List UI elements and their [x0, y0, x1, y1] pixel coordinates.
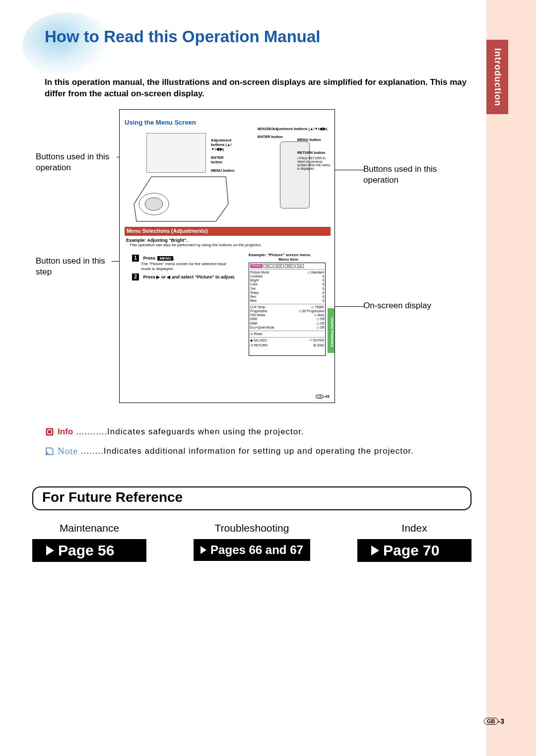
- osd-key: Sharp: [250, 291, 259, 295]
- osd-example-title: Example: "Picture" screen menu: [249, 253, 328, 257]
- inner-section-tab: Useful Features: [328, 308, 335, 353]
- info-label: Info: [58, 427, 73, 437]
- step-1: 1 Press MENU. The "Picture" menu screen …: [132, 253, 236, 271]
- osd-val: Off: [320, 326, 324, 329]
- step1-press: Press: [143, 256, 155, 261]
- inner-page-number: GB-43: [316, 394, 330, 399]
- label-adjustment: Adjustment buttons (▲/▼/◀/▶): [211, 138, 236, 151]
- legend-block: Info ...........Indicates safeguards whe…: [45, 427, 467, 466]
- osd-key: Blue: [250, 299, 257, 303]
- osd-val: 0: [322, 282, 324, 286]
- legend-note-row: Note ........Indicates additional inform…: [45, 446, 467, 457]
- osd-tabs: Picture SIG SCR PRJ Net: [250, 264, 324, 268]
- page-ref-pill[interactable]: Pages 66 and 67: [194, 539, 310, 561]
- note-label: Note: [58, 446, 78, 457]
- osd-box: Picture SIG SCR PRJ Net Picture Mode◇ St…: [249, 263, 326, 356]
- arrow-right-icon: [46, 546, 54, 555]
- remote-right-labels: MENU button RETURN button • Press RETURN…: [297, 138, 332, 170]
- osd-sel: ◆ SEL/ADJ.: [250, 339, 268, 343]
- inner-page-code: GB: [316, 395, 324, 399]
- projector-top-panel: [146, 133, 206, 173]
- osd-example: Example: "Picture" screen menu Menu item…: [249, 253, 328, 356]
- inner-page-num: -43: [324, 394, 330, 399]
- note-text: ........Indicates additional information…: [81, 446, 414, 456]
- return-description: • Press RETURN to return to previous scr…: [297, 156, 332, 171]
- remote-illustration: MOUSE/Adjustment buttons (▲/▼/◀/▶) ENTER…: [258, 127, 332, 208]
- ref-troubleshooting: Troubleshooting Pages 66 and 67: [194, 522, 310, 562]
- osd-val: 0: [322, 275, 324, 278]
- osd-val: 7500K: [315, 305, 324, 309]
- page-title: How to Read this Operation Manual: [22, 12, 321, 46]
- osd-key: Picture Mode: [250, 271, 269, 275]
- osd-key: Progressive: [250, 309, 267, 313]
- osd-val: Auto: [318, 313, 324, 317]
- info-icon: [45, 427, 55, 437]
- osd-key: Contrast: [250, 275, 263, 278]
- reference-columns: Maintenance Page 56 Troubleshooting Page…: [32, 522, 471, 562]
- callout-buttons-right: Buttons used in this operation: [363, 164, 468, 186]
- page-ref-pill[interactable]: Page 56: [32, 539, 146, 562]
- example-subtext: This operation can also be performed by …: [130, 243, 262, 247]
- osd-key: Red: [250, 295, 256, 299]
- osd-tab: SIG: [264, 264, 272, 268]
- projector-body-outline: [132, 174, 231, 224]
- osd-key: DNR: [250, 317, 257, 321]
- osd-key: Bright: [250, 278, 259, 282]
- arrow-right-icon: [371, 546, 379, 555]
- osd-val: 0: [322, 299, 324, 303]
- section-tab-introduction: Introduction: [486, 40, 508, 114]
- label-return-remote: RETURN button: [297, 151, 332, 155]
- note-icon: [45, 446, 55, 456]
- label-menu: MENU button: [211, 168, 236, 173]
- step2-text: Press ▶ or ◀ and select "Picture" to adj…: [143, 275, 235, 279]
- osd-val: 3D Progressive: [302, 309, 324, 313]
- page-ref-text: Pages 66 and 67: [210, 543, 303, 557]
- osd-enter: ⏎ ENTER: [309, 339, 324, 343]
- step-2: 2 Press ▶ or ◀ and select "Picture" to a…: [132, 272, 236, 280]
- label-menu-remote: MENU button: [297, 138, 332, 142]
- info-text: ...........Indicates safeguards when usi…: [76, 427, 304, 437]
- callout-step-button: Button used in this step: [36, 256, 119, 277]
- osd-val: Off: [320, 317, 324, 321]
- sample-page-diagram: Using the Menu Screen Adjustment buttons…: [119, 109, 335, 403]
- osd-return: ↺ RETURN: [250, 344, 268, 347]
- osd-end: ☰ END: [313, 344, 324, 347]
- osd-key: Eco+Quiet Mode: [250, 326, 274, 330]
- section-tab-label: Introduction: [492, 48, 503, 106]
- osd-key: MNR: [250, 322, 258, 326]
- svg-rect-5: [48, 430, 52, 434]
- osd-tab: PRJ: [285, 264, 294, 268]
- osd-key: CLR Temp: [250, 305, 266, 309]
- page-ref-pill[interactable]: Page 70: [357, 539, 471, 562]
- step-number-1: 1: [132, 255, 139, 262]
- ref-label: Troubleshooting: [194, 522, 310, 534]
- projector-illustration: Adjustment buttons (▲/▼/◀/▶) ENTER butto…: [127, 131, 236, 225]
- osd-val: 0: [322, 291, 324, 295]
- footer-code: GB: [484, 718, 498, 725]
- ref-label: Maintenance: [32, 522, 146, 534]
- future-reference-title: For Future Reference: [42, 489, 462, 505]
- osd-example-sub: Menu item: [249, 257, 328, 262]
- osd-val: Off: [320, 322, 324, 325]
- osd-val: 0: [322, 278, 324, 282]
- legend-info-row: Info ...........Indicates safeguards whe…: [45, 427, 467, 437]
- page-ref-text: Page 56: [58, 542, 114, 559]
- ref-index: Index Page 70: [357, 522, 471, 562]
- page-ref-text: Page 70: [383, 542, 439, 559]
- osd-val: 0: [322, 295, 324, 299]
- label-enter: ENTER button: [211, 155, 236, 164]
- page-footer: GB-3: [484, 717, 504, 725]
- future-reference-box: For Future Reference: [32, 486, 471, 510]
- osd-tab: Net: [295, 264, 304, 268]
- osd-tab: SCR: [273, 264, 284, 268]
- osd-reset: ↲ Reset: [250, 332, 324, 336]
- example-label: Example: Adjusting "Bright".: [126, 238, 188, 243]
- callout-osd: On-screen display: [363, 300, 463, 311]
- osd-tab: Picture: [250, 264, 263, 268]
- red-section-bar: Menu Selections (Adjustments): [125, 227, 331, 236]
- step-number-2: 2: [132, 274, 139, 280]
- osd-key: Color: [250, 282, 258, 286]
- svg-point-2: [145, 198, 163, 210]
- menu-key-icon: MENU: [157, 256, 173, 261]
- intro-paragraph: In this operation manual, the illustrati…: [45, 77, 471, 100]
